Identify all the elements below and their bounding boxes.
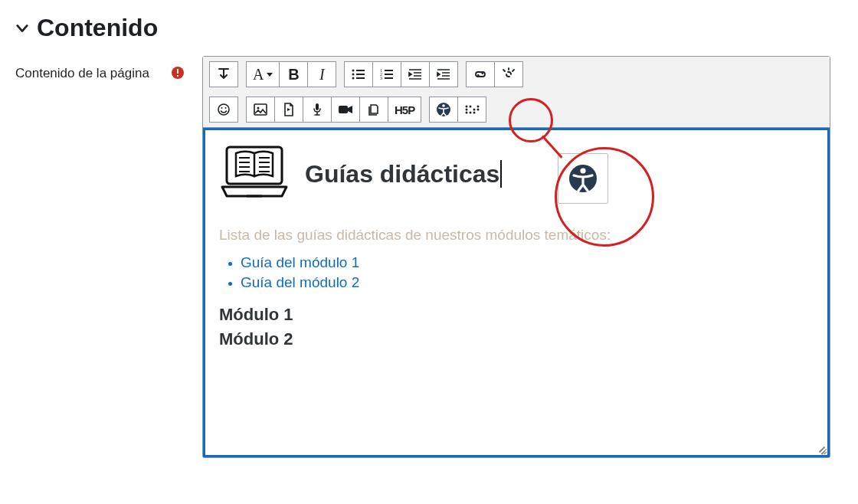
expand-down-icon: [218, 67, 230, 81]
video-button[interactable]: [331, 97, 360, 123]
svg-point-10: [221, 107, 223, 109]
svg-text:3: 3: [380, 76, 382, 80]
module-heading[interactable]: Módulo 1: [219, 305, 814, 325]
svg-point-18: [466, 106, 468, 108]
accessibility-icon: [568, 163, 598, 194]
guide-link[interactable]: Guía del módulo 1: [241, 254, 359, 270]
toolbar-expand-button[interactable]: [209, 61, 238, 87]
indent-button[interactable]: [429, 61, 458, 87]
list-item: Guía del módulo 1: [241, 254, 814, 271]
resize-handle[interactable]: [815, 443, 826, 453]
book-laptop-icon: [219, 142, 290, 205]
section-title: Contenido: [37, 14, 158, 42]
doc-subtitle[interactable]: Lista de las guías didácticas de nuestro…: [219, 227, 814, 244]
unlink-icon: [501, 67, 516, 81]
bold-button[interactable]: B: [279, 61, 308, 87]
h5p-button[interactable]: H5P: [388, 97, 421, 123]
number-list-button[interactable]: 123: [372, 61, 401, 87]
file-icon: [283, 103, 295, 116]
svg-point-25: [477, 106, 480, 108]
svg-point-17: [442, 104, 445, 107]
files-icon: [367, 103, 381, 116]
guide-link[interactable]: Guía del módulo 2: [241, 274, 359, 290]
media-button[interactable]: [274, 97, 303, 123]
audio-button[interactable]: [303, 97, 332, 123]
emoji-icon: [217, 103, 231, 116]
indent-icon: [437, 68, 450, 80]
italic-button[interactable]: I: [307, 61, 336, 87]
doc-title[interactable]: Guías didácticas: [305, 160, 502, 188]
svg-point-13: [257, 107, 260, 110]
svg-point-3: [352, 70, 355, 72]
svg-point-29: [580, 168, 585, 173]
section-header[interactable]: Contenido: [15, 14, 843, 42]
module-heading[interactable]: Módulo 2: [219, 329, 814, 349]
required-icon: [172, 65, 184, 83]
accessibility-checker-zoom: [558, 153, 608, 204]
braille-icon: [464, 104, 480, 115]
svg-rect-1: [177, 69, 178, 74]
paragraph-style-label: A: [253, 66, 264, 83]
files-button[interactable]: [359, 97, 388, 123]
links-list: Guía del módulo 1 Guía del módulo 2: [219, 254, 814, 291]
chevron-down-icon: [15, 21, 29, 35]
svg-point-24: [473, 112, 476, 114]
microphone-icon: [312, 103, 323, 116]
svg-point-9: [218, 104, 229, 115]
list-item: Guía del módulo 2: [241, 274, 814, 291]
rich-text-editor: A B I 123: [202, 56, 830, 458]
svg-point-23: [473, 109, 476, 111]
svg-point-11: [225, 107, 227, 109]
svg-rect-14: [316, 103, 319, 110]
field-label: Contenido de la página: [15, 65, 149, 83]
outdent-button[interactable]: [401, 61, 430, 87]
outdent-icon: [408, 68, 422, 80]
svg-point-19: [466, 109, 468, 111]
svg-rect-2: [177, 75, 178, 77]
image-button[interactable]: [246, 97, 275, 123]
bullet-list-button[interactable]: [344, 61, 373, 87]
svg-point-22: [470, 112, 472, 114]
svg-point-5: [352, 77, 355, 80]
bullet-list-icon: [352, 68, 365, 80]
accessibility-icon: [436, 102, 451, 117]
emoji-button[interactable]: [209, 97, 238, 123]
link-icon: [473, 68, 488, 80]
paragraph-style-button[interactable]: A: [246, 61, 280, 87]
image-icon: [254, 103, 267, 116]
svg-point-26: [477, 109, 480, 111]
video-icon: [338, 104, 353, 115]
unlink-button[interactable]: [494, 61, 523, 87]
number-list-icon: 123: [380, 68, 394, 80]
svg-point-20: [466, 112, 468, 114]
screenreader-helper-button[interactable]: [457, 97, 486, 123]
svg-point-21: [470, 106, 472, 108]
editor-content-area[interactable]: Guías didácticas Lista de las guías didá…: [203, 128, 830, 457]
svg-rect-15: [339, 106, 348, 113]
caret-down-icon: [267, 73, 273, 77]
accessibility-checker-button[interactable]: [429, 97, 458, 123]
svg-point-4: [352, 74, 355, 76]
link-button[interactable]: [466, 61, 495, 87]
editor-toolbar: A B I 123: [203, 57, 830, 128]
